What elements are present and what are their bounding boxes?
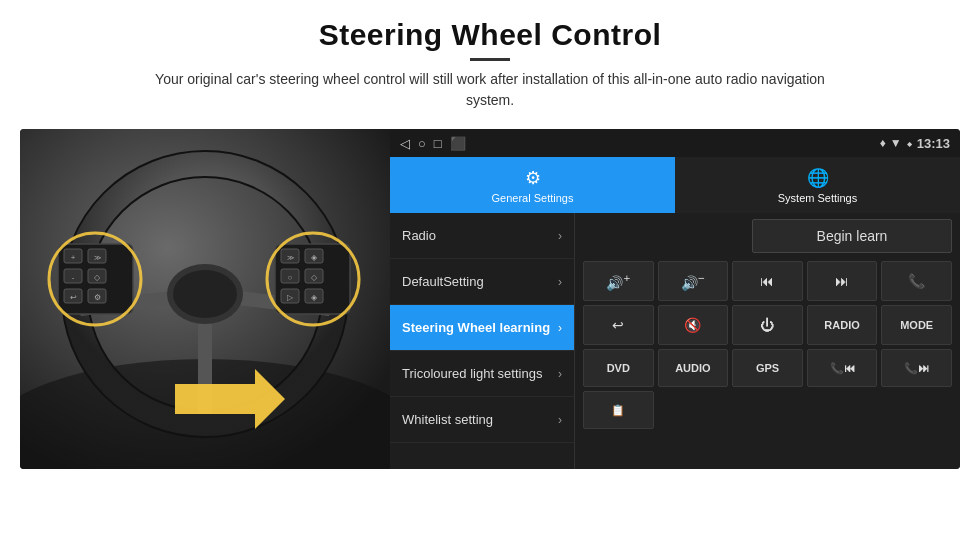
system-settings-icon: 🌐 (807, 167, 829, 189)
location-icon: ♦ (880, 136, 886, 150)
phone-icon: 📞 (908, 273, 925, 289)
svg-text:▷: ▷ (287, 293, 294, 302)
menu-label-default: DefaultSetting (402, 274, 484, 289)
call-skip-fwd-button[interactable]: 📞⏭ (881, 349, 952, 387)
menu-label-whitelist: Whitelist setting (402, 412, 493, 427)
chevron-icon-tricoloured: › (558, 367, 562, 381)
status-time: 13:13 (917, 136, 950, 151)
control-row-1: 🔊+ 🔊− ⏮ ⏭ 📞 (583, 261, 952, 301)
call-skip-fwd-icon: 📞⏭ (904, 362, 929, 375)
chevron-icon-radio: › (558, 229, 562, 243)
dvd-button[interactable]: DVD (583, 349, 654, 387)
volume-down-button[interactable]: 🔊− (658, 261, 729, 301)
audio-button[interactable]: AUDIO (658, 349, 729, 387)
tab-system-label: System Settings (778, 192, 857, 204)
volume-down-icon: 🔊− (681, 271, 705, 291)
content-area: + ≫ - ◇ ↩ ⚙ ≫ ◈ ○ ◇ ▷ ◈ (20, 129, 960, 469)
svg-text:◈: ◈ (311, 293, 318, 302)
radio-button[interactable]: RADIO (807, 305, 878, 345)
menu-item-default[interactable]: DefaultSetting › (390, 259, 574, 305)
gps-label: GPS (756, 362, 779, 374)
audio-label: AUDIO (675, 362, 710, 374)
volume-up-button[interactable]: 🔊+ (583, 261, 654, 301)
svg-text:◇: ◇ (94, 273, 101, 282)
power-button[interactable]: ⏻ (732, 305, 803, 345)
mode-button[interactable]: MODE (881, 305, 952, 345)
title-divider (470, 58, 510, 61)
tab-general-settings[interactable]: ⚙ General Settings (390, 157, 675, 213)
tab-general-label: General Settings (492, 192, 574, 204)
gps-button[interactable]: GPS (732, 349, 803, 387)
skip-forward-button[interactable]: ⏭ (807, 261, 878, 301)
menu-label-radio: Radio (402, 228, 436, 243)
status-icons-left: ◁ ○ □ ⬛ (400, 136, 466, 151)
radio-label: RADIO (824, 319, 859, 331)
svg-text:⚙: ⚙ (94, 293, 101, 302)
skip-back-button[interactable]: ⏮ (732, 261, 803, 301)
begin-learn-row: Begin learn (583, 219, 952, 253)
menu-item-radio[interactable]: Radio › (390, 213, 574, 259)
title-section: Steering Wheel Control Your original car… (130, 18, 850, 111)
svg-text:≫: ≫ (94, 254, 101, 261)
mute-icon: 🔇 (684, 317, 701, 333)
menu-list: Radio › DefaultSetting › Steering Wheel … (390, 213, 575, 469)
control-row-2: ↩ 🔇 ⏻ RADIO MODE (583, 305, 952, 345)
svg-text:+: + (71, 253, 76, 262)
head-unit: ◁ ○ □ ⬛ ♦ ▼ ⬥ 13:13 ⚙ General Settings (390, 129, 960, 469)
control-row-4: 📋 (583, 391, 952, 429)
back-icon[interactable]: ◁ (400, 136, 410, 151)
menu-item-whitelist[interactable]: Whitelist setting › (390, 397, 574, 443)
chevron-icon-steering: › (558, 321, 562, 335)
wifi-icon: ▼ (890, 136, 902, 150)
svg-text:◇: ◇ (311, 273, 318, 282)
page-container: Steering Wheel Control Your original car… (0, 0, 980, 545)
controls-panel: Begin learn 🔊+ 🔊− ⏮ (575, 213, 960, 469)
call-skip-back-icon: 📞⏮ (830, 362, 855, 375)
menu-control-area: Radio › DefaultSetting › Steering Wheel … (390, 213, 960, 469)
menu-label-steering: Steering Wheel learning (402, 320, 550, 335)
back-call-button[interactable]: ↩ (583, 305, 654, 345)
phone-call-button[interactable]: 📞 (881, 261, 952, 301)
menu-icon[interactable]: ⬛ (450, 136, 466, 151)
list-icon-button[interactable]: 📋 (583, 391, 654, 429)
tab-system-settings[interactable]: 🌐 System Settings (675, 157, 960, 213)
svg-text:◈: ◈ (311, 253, 318, 262)
home-icon[interactable]: ○ (418, 136, 426, 151)
general-settings-icon: ⚙ (525, 167, 541, 189)
status-bar: ◁ ○ □ ⬛ ♦ ▼ ⬥ 13:13 (390, 129, 960, 157)
power-icon: ⏻ (760, 317, 774, 333)
battery-icon: ⬥ (906, 136, 913, 150)
status-icons-right: ♦ ▼ ⬥ 13:13 (880, 136, 950, 151)
svg-text:≫: ≫ (287, 254, 294, 261)
volume-up-icon: 🔊+ (606, 271, 630, 291)
skip-back-icon: ⏮ (760, 273, 774, 289)
svg-text:-: - (72, 273, 75, 282)
menu-item-steering[interactable]: Steering Wheel learning › (390, 305, 574, 351)
subtitle: Your original car's steering wheel contr… (130, 69, 850, 111)
chevron-icon-whitelist: › (558, 413, 562, 427)
svg-text:○: ○ (288, 273, 293, 282)
svg-text:↩: ↩ (70, 293, 77, 302)
control-row-3: DVD AUDIO GPS 📞⏮ 📞⏭ (583, 349, 952, 387)
tab-bar: ⚙ General Settings 🌐 System Settings (390, 157, 960, 213)
page-title: Steering Wheel Control (130, 18, 850, 52)
back-call-icon: ↩ (612, 317, 624, 333)
svg-point-8 (173, 270, 237, 318)
list-icon: 📋 (611, 404, 625, 417)
mute-button[interactable]: 🔇 (658, 305, 729, 345)
steering-wheel-image: + ≫ - ◇ ↩ ⚙ ≫ ◈ ○ ◇ ▷ ◈ (20, 129, 390, 469)
recents-icon[interactable]: □ (434, 136, 442, 151)
chevron-icon-default: › (558, 275, 562, 289)
menu-label-tricoloured: Tricoloured light settings (402, 366, 542, 381)
skip-forward-icon: ⏭ (835, 273, 849, 289)
call-skip-back-button[interactable]: 📞⏮ (807, 349, 878, 387)
dvd-label: DVD (607, 362, 630, 374)
mode-label: MODE (900, 319, 933, 331)
begin-learn-button[interactable]: Begin learn (752, 219, 952, 253)
menu-item-tricoloured[interactable]: Tricoloured light settings › (390, 351, 574, 397)
